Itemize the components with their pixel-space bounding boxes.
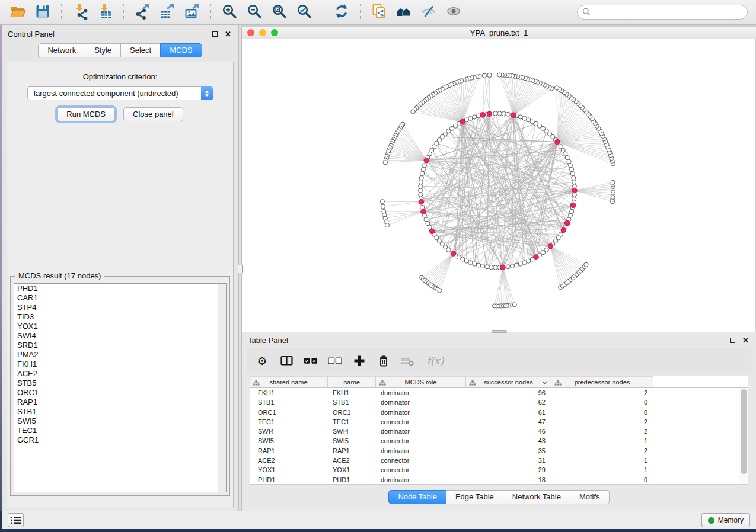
table-cell[interactable]: dominator <box>376 427 466 436</box>
clone-network-button[interactable] <box>368 2 390 23</box>
mcds-result-list[interactable]: PHD1CAR1STP4TID3YOX1SWI4SRD1PMA2FKH1ACE2… <box>14 283 227 492</box>
tab-mcds[interactable]: MCDS <box>160 43 202 57</box>
deselect-all-button[interactable] <box>328 354 342 368</box>
mcds-hub-node[interactable] <box>548 244 553 249</box>
table-cell[interactable]: dominator <box>376 388 466 398</box>
network-leaf-node[interactable] <box>554 86 559 90</box>
close-panel-icon[interactable]: ✕ <box>225 30 231 38</box>
network-node[interactable] <box>570 209 574 213</box>
network-canvas[interactable] <box>242 39 755 332</box>
zoom-selected-button[interactable] <box>294 2 315 23</box>
network-leaf-node[interactable] <box>512 303 516 307</box>
table-cell[interactable]: FKH1 <box>250 388 328 398</box>
table-cell[interactable]: SWI5 <box>250 436 328 446</box>
refresh-view-button[interactable] <box>331 2 352 23</box>
export-network-button[interactable] <box>132 2 153 23</box>
mcds-result-item[interactable]: SRD1 <box>14 341 226 350</box>
table-row[interactable]: ORC1ORC1dominator610 <box>250 408 748 417</box>
list-scrollbar-track[interactable] <box>218 284 226 492</box>
import-network-button[interactable] <box>69 2 91 23</box>
function-builder-button-disabled[interactable]: f(x) <box>425 354 445 368</box>
table-row[interactable]: RAP1RAP1dominator352 <box>250 446 748 456</box>
tab-select[interactable]: Select <box>120 43 161 57</box>
table-cell[interactable]: ORC1 <box>250 408 328 417</box>
table-cell[interactable]: 31 <box>466 456 551 465</box>
table-cell[interactable]: TEC1 <box>328 417 376 427</box>
table-row[interactable]: PHD1PHD1dominator180 <box>250 475 748 485</box>
network-node[interactable] <box>477 263 481 267</box>
table-cell[interactable]: ACE2 <box>328 456 376 465</box>
mcds-hub-node[interactable] <box>561 227 566 233</box>
mcds-hub-node[interactable] <box>460 119 465 124</box>
table-cell[interactable]: 62 <box>466 398 551 407</box>
table-cell[interactable]: YOX1 <box>250 465 328 475</box>
network-leaf-node[interactable] <box>611 180 615 184</box>
search-input[interactable] <box>577 5 748 20</box>
table-cell[interactable]: dominator <box>376 446 466 456</box>
hide-selected-button[interactable] <box>418 2 439 23</box>
network-node[interactable] <box>493 265 497 270</box>
table-cell[interactable]: SWI5 <box>328 436 376 446</box>
table-cell[interactable]: STB1 <box>250 398 328 407</box>
table-cell[interactable]: connector <box>376 436 466 446</box>
network-node[interactable] <box>419 184 423 188</box>
create-column-button[interactable] <box>352 354 366 368</box>
network-node[interactable] <box>481 264 485 268</box>
mcds-result-item[interactable]: SWI5 <box>14 416 226 426</box>
network-node[interactable] <box>489 265 493 270</box>
table-scrollbar[interactable] <box>739 388 748 484</box>
mcds-result-item[interactable]: FKH1 <box>14 360 226 369</box>
mcds-hub-node[interactable] <box>565 220 570 226</box>
export-table-button[interactable] <box>157 2 178 23</box>
first-neighbors-button[interactable] <box>393 2 414 23</box>
mcds-result-item[interactable]: STB1 <box>14 407 226 416</box>
network-node[interactable] <box>485 265 489 269</box>
network-node[interactable] <box>493 111 497 116</box>
network-node[interactable] <box>497 111 502 116</box>
network-window-titlebar[interactable]: YPA_prune.txt_1 <box>242 27 756 39</box>
network-node[interactable] <box>559 145 563 149</box>
mcds-result-item[interactable]: YOX1 <box>14 322 226 331</box>
table-row[interactable]: FKH1FKH1dominator962 <box>250 388 748 398</box>
network-node[interactable] <box>418 188 422 193</box>
network-node[interactable] <box>506 112 510 116</box>
network-node[interactable] <box>506 265 510 269</box>
network-leaf-node[interactable] <box>383 161 387 165</box>
table-cell[interactable]: dominator <box>376 475 466 485</box>
network-node[interactable] <box>572 197 576 201</box>
table-cell[interactable]: RAP1 <box>250 446 328 456</box>
network-node[interactable] <box>420 172 425 176</box>
table-row[interactable]: YOX1YOX1connector291 <box>250 465 748 475</box>
network-node[interactable] <box>422 164 426 168</box>
network-node[interactable] <box>544 248 548 252</box>
table-settings-button[interactable]: ⚙ <box>255 354 269 368</box>
table-cell[interactable]: TEC1 <box>250 417 328 427</box>
table-cell[interactable]: SWI4 <box>250 427 328 436</box>
splitter-handle[interactable] <box>238 265 243 273</box>
tab-edge-table[interactable]: Edge Table <box>446 490 503 504</box>
network-node[interactable] <box>473 115 477 119</box>
network-node[interactable] <box>514 263 518 267</box>
table-row[interactable]: STB1STB1dominator620 <box>250 398 748 407</box>
import-table-button[interactable] <box>94 2 116 23</box>
mcds-result-item[interactable]: GCR1 <box>14 435 226 445</box>
open-session-button[interactable] <box>7 2 28 23</box>
column-header-MCDS-role[interactable]: MCDS role <box>376 376 466 388</box>
memory-button[interactable]: Memory <box>701 513 750 527</box>
network-node[interactable] <box>420 205 425 209</box>
mcds-result-item[interactable]: STP4 <box>14 303 226 312</box>
table-cell[interactable]: connector <box>376 456 466 465</box>
table-cell[interactable]: 1 <box>551 456 653 465</box>
save-session-button[interactable] <box>32 2 53 23</box>
table-cell[interactable]: 47 <box>466 417 551 427</box>
network-node[interactable] <box>570 172 575 176</box>
mcds-result-item[interactable]: RAP1 <box>14 398 226 407</box>
table-cell[interactable]: 46 <box>466 427 551 436</box>
table-cell[interactable]: 0 <box>551 408 653 417</box>
table-scrollbar-thumb[interactable] <box>741 389 747 474</box>
column-header-successor-nodes[interactable]: successor nodes <box>466 376 551 388</box>
table-cell[interactable]: 43 <box>466 436 551 446</box>
table-row[interactable]: SWI5SWI5connector431 <box>250 436 748 446</box>
delete-table-button-disabled[interactable] <box>401 354 415 368</box>
table-cell[interactable]: 61 <box>466 408 551 417</box>
